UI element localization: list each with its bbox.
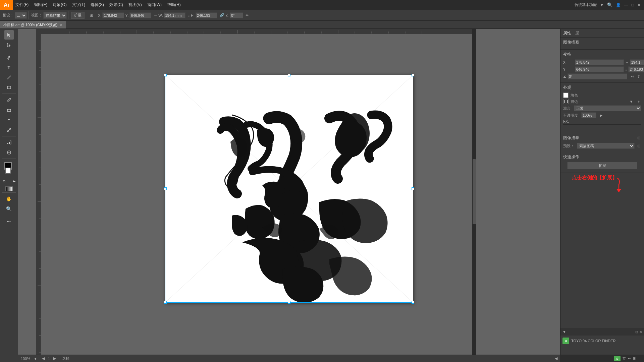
left-tools-panel: T ⊘ bbox=[0, 29, 18, 362]
maximize-icon[interactable]: □ bbox=[632, 3, 634, 7]
fill-swatch[interactable] bbox=[563, 93, 569, 98]
tab-close-btn[interactable]: ✕ bbox=[60, 23, 62, 27]
expand-button[interactable]: 扩展 bbox=[71, 12, 85, 19]
trace-preset-select[interactable]: 素描图稿 bbox=[577, 143, 635, 149]
transform-angle-row: ∠ ⇔ ⇕ bbox=[563, 73, 641, 79]
search-icon[interactable]: 🔍 bbox=[607, 2, 612, 7]
preset-select[interactable]: ... bbox=[15, 12, 27, 19]
menu-object[interactable]: 对象(O) bbox=[50, 0, 69, 10]
lock-icon[interactable]: 🔗 bbox=[220, 13, 224, 17]
svg-rect-2 bbox=[7, 109, 11, 112]
opacity-expand-btn[interactable]: ▶ bbox=[598, 113, 604, 118]
x-icon: X bbox=[563, 61, 566, 64]
x-transform-input[interactable] bbox=[575, 59, 624, 65]
align-icon[interactable]: ⊞ bbox=[90, 13, 93, 18]
text-tool[interactable]: T bbox=[4, 63, 14, 72]
eraser-tool[interactable] bbox=[4, 105, 14, 115]
menu-edit[interactable]: 编辑(E) bbox=[31, 0, 50, 10]
menu-text[interactable]: 文字(T) bbox=[69, 0, 88, 10]
pencil-tool[interactable] bbox=[4, 95, 14, 105]
menu-file[interactable]: 文件(F) bbox=[13, 0, 31, 10]
pen-tool[interactable] bbox=[4, 53, 14, 62]
line-tool[interactable] bbox=[4, 73, 14, 82]
stroke-swatch-wrapper[interactable] bbox=[563, 99, 569, 104]
toolbar-expand-section: 扩展 bbox=[70, 11, 86, 19]
tray-lang-icon[interactable]: 英 bbox=[623, 356, 626, 361]
h-input[interactable] bbox=[196, 12, 217, 18]
v-scroll-thumb[interactable] bbox=[473, 159, 476, 224]
select-tool[interactable] bbox=[4, 30, 14, 40]
toyo-float-icon[interactable]: ⊡ bbox=[635, 330, 638, 334]
angle-input[interactable] bbox=[230, 12, 243, 18]
menu-window[interactable]: 窗口(W) bbox=[145, 0, 164, 10]
fill-stroke-icons: ⊘ ⇆ bbox=[0, 176, 18, 186]
toyo-close-icon[interactable]: ✕ bbox=[639, 330, 642, 334]
image-trace-new-btn[interactable]: ⊞ bbox=[636, 135, 641, 141]
transform-x-row: X ↔ mm bbox=[563, 59, 641, 65]
active-tab[interactable]: 小目标.ai* @ 100% (CMYK/预览) ✕ bbox=[0, 21, 66, 28]
stroke-add-btn[interactable]: + bbox=[636, 99, 641, 104]
background-color[interactable] bbox=[5, 168, 11, 174]
none-icon[interactable]: ⊘ bbox=[0, 176, 9, 186]
angle-label: ∠ bbox=[225, 13, 229, 17]
rect-tool[interactable] bbox=[4, 83, 14, 92]
direct-select-tool[interactable] bbox=[4, 40, 14, 50]
flip-h-icon[interactable]: ⇔ bbox=[630, 74, 635, 79]
canvas-area[interactable]: 100% ▼ ◀ 1 ▶ 选择 ◀ bbox=[18, 29, 560, 362]
gradient-swatch[interactable] bbox=[5, 186, 13, 191]
menu-help[interactable]: 帮助(H) bbox=[164, 0, 183, 10]
menu-view[interactable]: 视图(V) bbox=[126, 0, 145, 10]
rotate-tool[interactable] bbox=[4, 115, 14, 125]
page-prev[interactable]: ◀ bbox=[42, 356, 45, 361]
y-transform-input[interactable] bbox=[575, 66, 624, 72]
zoom-dropdown[interactable]: ▼ bbox=[34, 357, 37, 361]
tray-apps-icon[interactable]: ⊞ bbox=[633, 356, 636, 361]
scale-tool[interactable] bbox=[4, 125, 14, 135]
tray-undo-icon[interactable]: ↩ bbox=[628, 357, 631, 360]
layer-tab[interactable]: 层 bbox=[575, 30, 579, 36]
zoom-tool[interactable]: 🔍 bbox=[4, 204, 14, 214]
graph-tool[interactable] bbox=[4, 138, 14, 147]
y-label: Y: bbox=[125, 13, 128, 17]
menu-select[interactable]: 选择(S) bbox=[88, 0, 107, 10]
flip-v-icon[interactable]: ⇕ bbox=[636, 74, 641, 79]
minimize-icon[interactable]: — bbox=[624, 3, 628, 7]
angle-transform-input[interactable] bbox=[568, 73, 627, 79]
appearance-more-btn[interactable]: ⋯ bbox=[636, 125, 641, 131]
view-select[interactable]: 描摹结果 bbox=[43, 12, 67, 19]
hand-tool[interactable]: ✋ bbox=[4, 194, 14, 203]
stroke-settings-btn[interactable]: ▼ bbox=[629, 99, 634, 104]
w-input[interactable] bbox=[164, 12, 185, 18]
toolbar-coords: X: Y: ↔ W: ↕ H: 🔗 ∠ ⇔ bbox=[97, 11, 250, 19]
properties-tab[interactable]: 属性 bbox=[563, 30, 571, 36]
svg-marker-58 bbox=[616, 189, 621, 192]
tray-green-icon[interactable]: S bbox=[614, 356, 621, 361]
quick-expand-button[interactable]: 扩展 bbox=[567, 162, 638, 169]
opacity-input[interactable] bbox=[581, 112, 596, 118]
zoom-level[interactable]: 100% bbox=[21, 357, 30, 361]
appearance-divider bbox=[563, 124, 641, 125]
menu-effect[interactable]: 效果(C) bbox=[107, 0, 126, 10]
h-transform-input[interactable] bbox=[628, 66, 644, 72]
close-icon[interactable]: ✕ bbox=[637, 3, 641, 7]
w-transform-input[interactable] bbox=[630, 59, 644, 65]
toolbar: 预设： ... 视图： 描摹结果 扩展 ⊞ X: Y: ↔ W: ↕ H: 🔗 … bbox=[0, 10, 644, 21]
x-input[interactable] bbox=[102, 12, 124, 18]
v-scroll[interactable] bbox=[472, 29, 476, 355]
tray-grid-icon[interactable]: ⋯ bbox=[638, 356, 641, 361]
h-label: H: bbox=[191, 13, 195, 17]
tool-separator-4 bbox=[2, 159, 16, 159]
adobe-id-icon[interactable]: 👤 bbox=[616, 3, 621, 7]
warp-tool[interactable] bbox=[4, 148, 14, 157]
trace-preset-row: 预设： 素描图稿 ⊞ bbox=[563, 143, 641, 149]
blend-row: 混合 正常 bbox=[563, 105, 641, 111]
transform-more-icon[interactable]: ⋯ bbox=[636, 52, 641, 57]
more-tools[interactable]: ••• bbox=[4, 217, 14, 226]
blend-select[interactable]: 正常 bbox=[574, 105, 641, 111]
preset-label: 预设： bbox=[3, 13, 14, 18]
title-bar-dropdown[interactable]: ▼ bbox=[600, 3, 604, 7]
swap-colors-icon[interactable]: ⇆ bbox=[9, 176, 18, 186]
page-next[interactable]: ▶ bbox=[53, 356, 56, 361]
y-input[interactable] bbox=[129, 12, 151, 18]
trace-apply-btn[interactable]: ⊞ bbox=[636, 143, 641, 148]
